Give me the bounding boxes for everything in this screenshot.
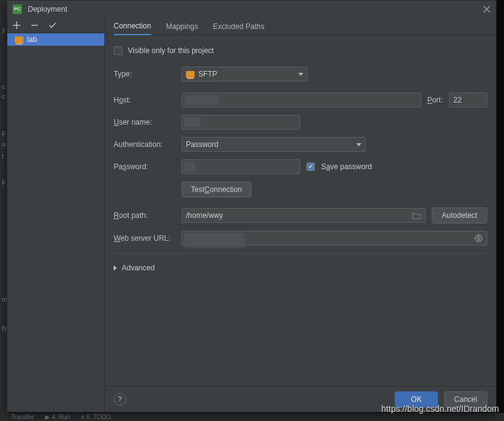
ok-button[interactable]: OK — [395, 391, 438, 407]
server-icon — [15, 36, 23, 43]
server-tree[interactable]: lab — [7, 33, 104, 412]
globe-icon[interactable] — [474, 234, 483, 243]
root-label: Root path: — [114, 211, 182, 220]
sidebar: lab — [7, 17, 105, 412]
password-input[interactable] — [182, 159, 300, 174]
type-label: Type: — [114, 70, 182, 78]
tabs: Connection Mappings Excluded Paths — [105, 17, 496, 35]
save-password-label: Save password — [321, 162, 372, 171]
password-label: Password: — [114, 162, 182, 171]
host-label: Host: — [114, 96, 182, 104]
web-label: Web server URL: — [114, 234, 182, 243]
tree-item-label: lab — [27, 35, 37, 44]
port-label: Port: — [427, 96, 443, 104]
add-button[interactable] — [12, 20, 22, 30]
advanced-toggle[interactable]: Advanced — [114, 261, 487, 275]
host-input[interactable] — [182, 93, 421, 107]
window-title: Deployment — [28, 5, 67, 14]
main-panel: Connection Mappings Excluded Paths Visib… — [105, 17, 496, 412]
sftp-icon — [186, 71, 195, 78]
cancel-button[interactable]: Cancel — [444, 391, 487, 407]
save-password-checkbox[interactable] — [306, 162, 315, 171]
apply-button[interactable] — [48, 20, 57, 30]
root-input[interactable]: /home/wwy — [182, 208, 426, 223]
tab-connection[interactable]: Connection — [114, 19, 151, 35]
tab-excluded[interactable]: Excluded Paths — [213, 19, 264, 35]
deployment-dialog: PC Deployment lab Connection Mappings — [7, 0, 497, 412]
autodetect-button[interactable]: Autodetect — [432, 207, 487, 223]
tree-item-lab[interactable]: lab — [7, 33, 104, 46]
test-connection-button[interactable]: Test Connection — [182, 181, 251, 198]
close-icon[interactable] — [482, 5, 491, 14]
help-button[interactable]: ? — [114, 393, 126, 406]
footer: ? OK Cancel — [105, 386, 496, 412]
caret-right-icon — [114, 265, 117, 270]
toolbar — [7, 17, 104, 33]
port-input[interactable] — [449, 93, 487, 107]
chevron-down-icon — [298, 73, 303, 76]
auth-label: Authentication: — [114, 140, 182, 149]
auth-combo[interactable]: Password — [182, 137, 366, 152]
ide-bottom-strip: Transfer ▶ 4: Run ≡ 6: TODO — [0, 413, 504, 421]
folder-icon[interactable] — [412, 212, 421, 220]
titlebar[interactable]: PC Deployment — [7, 1, 496, 17]
app-icon: PC — [12, 4, 22, 14]
remove-button[interactable] — [30, 20, 40, 30]
tab-mappings[interactable]: Mappings — [166, 19, 198, 35]
web-url-input[interactable] — [182, 231, 487, 246]
type-combo[interactable]: SFTP — [182, 67, 308, 81]
user-label: User name: — [114, 118, 182, 127]
chevron-down-icon — [356, 143, 361, 146]
user-input[interactable] — [182, 115, 300, 130]
visible-only-label: Visible only for this project — [128, 46, 214, 55]
visible-only-checkbox[interactable] — [114, 46, 122, 55]
